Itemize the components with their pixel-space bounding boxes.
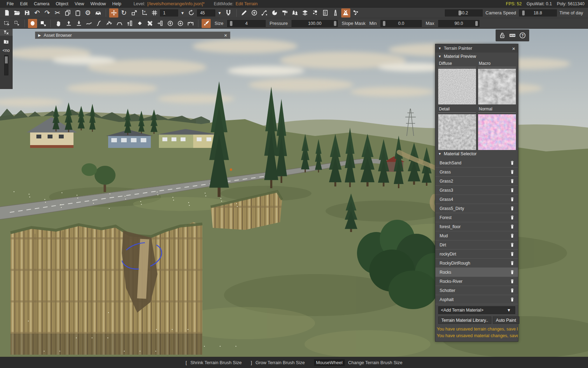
particle-tool-button[interactable] [311, 8, 320, 18]
set-height-tool-button[interactable] [125, 19, 134, 28]
slope-min-slider[interactable]: 0.0 [380, 20, 422, 27]
brush-size-slider[interactable]: 4 [227, 20, 266, 27]
caret-down-icon[interactable]: ▼ [218, 11, 222, 15]
help-icon[interactable]: ? [519, 32, 526, 39]
add-terrain-material-dropdown[interactable]: <Add Terrain Material> ▼ [438, 306, 515, 314]
paste-button[interactable] [73, 8, 82, 18]
trash-icon[interactable] [510, 288, 515, 293]
mesh-nodes-tool-button[interactable] [351, 8, 360, 18]
trash-icon[interactable] [510, 160, 515, 165]
material-row-mud[interactable]: Mud [435, 231, 518, 240]
close-icon[interactable]: × [224, 33, 227, 38]
trash-icon[interactable] [510, 251, 515, 257]
material-row-grass2[interactable]: Grass2 [435, 177, 518, 186]
camera-speed-slider[interactable]: 40.2 [445, 9, 483, 16]
material-row-asphalt[interactable]: Asphalt [435, 295, 518, 304]
road-tool-button[interactable] [331, 8, 340, 18]
raise-height-tool-button[interactable] [64, 19, 73, 28]
material-row-rocks[interactable]: Rocks [435, 268, 518, 277]
save-file-button[interactable] [22, 8, 31, 18]
material-row-forest_floor[interactable]: forest_floor [435, 222, 518, 231]
redo-button[interactable]: ↷ [43, 8, 52, 18]
brush-ellipse-button[interactable] [28, 19, 37, 28]
slope-tool-button[interactable] [94, 19, 104, 28]
trash-icon[interactable] [510, 279, 515, 284]
triangle-right-icon[interactable]: ▶ [38, 33, 41, 37]
slider-handle[interactable] [5, 56, 8, 63]
asset-browser-bar[interactable]: ▶ Asset Browser × [35, 32, 230, 39]
river-tool-button[interactable] [321, 8, 330, 18]
material-row-grass3[interactable]: Grass3 [435, 186, 518, 195]
ramp-tool-button[interactable] [186, 19, 195, 28]
time-of-day-slider[interactable]: 18.8 [519, 9, 557, 16]
material-row-rockydirt[interactable]: rockyDirt [435, 250, 518, 259]
filter-clear-button[interactable] [0, 29, 13, 36]
slider-handle[interactable] [458, 11, 461, 15]
menu-object[interactable]: Object [52, 1, 71, 6]
new-file-button[interactable] [2, 8, 11, 18]
copy-button[interactable] [63, 8, 72, 18]
terrain-magnet-button[interactable] [224, 8, 233, 18]
terrain-painter-header[interactable]: ▼ Terrain Painter × [435, 44, 518, 53]
add-folder-button[interactable] [3, 39, 9, 45]
menu-help[interactable]: Help [109, 1, 125, 6]
macro-thumbnail[interactable] [478, 69, 516, 104]
caret-down-icon[interactable]: ▼ [181, 11, 184, 15]
menu-view[interactable]: View [71, 1, 87, 6]
brush-square-button[interactable] [38, 19, 47, 28]
terrain-material-library-button[interactable]: Terrain Material Library.. [438, 316, 491, 324]
material-row-grass5_dirty[interactable]: Grass5_Dirty [435, 204, 518, 213]
forest-tool-button[interactable] [290, 8, 300, 18]
mesh-road-tool-button[interactable] [301, 8, 310, 18]
diffuse-thumbnail[interactable] [438, 69, 476, 104]
grab-terrain-tool-button[interactable] [54, 19, 63, 28]
vehicle-button[interactable] [93, 8, 103, 18]
pressure-slider[interactable]: 100.00 [292, 20, 338, 27]
material-selector-header[interactable]: ▼ Material Selector [435, 150, 518, 158]
slider-handle[interactable] [334, 21, 336, 26]
lower-height-tool-button[interactable] [74, 19, 83, 28]
material-row-dirt[interactable]: Dirt [435, 240, 518, 250]
rotate-snap-button[interactable] [187, 8, 196, 18]
settings-button[interactable]: ⚙ [83, 8, 92, 18]
material-row-grass4[interactable]: Grass4 [435, 195, 518, 204]
material-row-grass[interactable]: Grass [435, 168, 518, 177]
copy-height-tool-button[interactable] [155, 19, 164, 28]
material-row-schotter[interactable]: Schotter [435, 286, 518, 295]
translate-tool-button[interactable] [109, 8, 118, 18]
auto-paint-button[interactable]: Auto Paint [493, 316, 519, 324]
menu-window[interactable]: Window [87, 1, 109, 6]
trash-icon[interactable] [510, 242, 515, 247]
spline-tool-button[interactable] [260, 8, 269, 18]
trash-icon[interactable] [510, 297, 515, 302]
erase-layer-tool-button[interactable] [135, 19, 144, 28]
trash-icon[interactable] [510, 197, 515, 202]
terrain-painter-tool-button[interactable] [341, 8, 350, 18]
trash-icon[interactable] [510, 270, 515, 275]
sphere-tool-button[interactable] [270, 8, 279, 18]
slope-max-slider[interactable]: 90.0 [438, 20, 479, 27]
trash-icon[interactable] [510, 206, 515, 211]
trash-icon[interactable] [510, 224, 515, 229]
material-row-beachsand[interactable]: BeachSand [435, 158, 518, 168]
close-icon[interactable]: × [512, 46, 515, 51]
material-row-forest[interactable]: Forest [435, 213, 518, 222]
paint-roller-button[interactable] [280, 8, 289, 18]
material-row-rockydirtrough[interactable]: RockyDirtRough [435, 259, 518, 268]
slider-handle[interactable] [230, 21, 232, 26]
lock-icon[interactable] [499, 32, 506, 39]
snap-grid-button[interactable] [150, 8, 159, 18]
rotate-snap-input[interactable]: 45 [197, 9, 215, 16]
brush-add-tool-button[interactable] [166, 19, 175, 28]
trash-icon[interactable] [510, 215, 515, 220]
normal-thumbnail[interactable] [478, 114, 516, 150]
open-folder-button[interactable] [12, 8, 21, 18]
layer-opacity-slider[interactable] [4, 55, 8, 75]
select-tool-button[interactable] [2, 19, 11, 28]
material-row-rocks-river[interactable]: Rocks-River [435, 277, 518, 286]
cut-button[interactable]: ✂ [53, 8, 62, 18]
scale-tool-button[interactable] [130, 8, 139, 18]
snap-size-input[interactable]: 1 [160, 9, 178, 16]
smooth-tool-button[interactable] [84, 19, 93, 28]
trash-icon[interactable] [510, 178, 515, 184]
